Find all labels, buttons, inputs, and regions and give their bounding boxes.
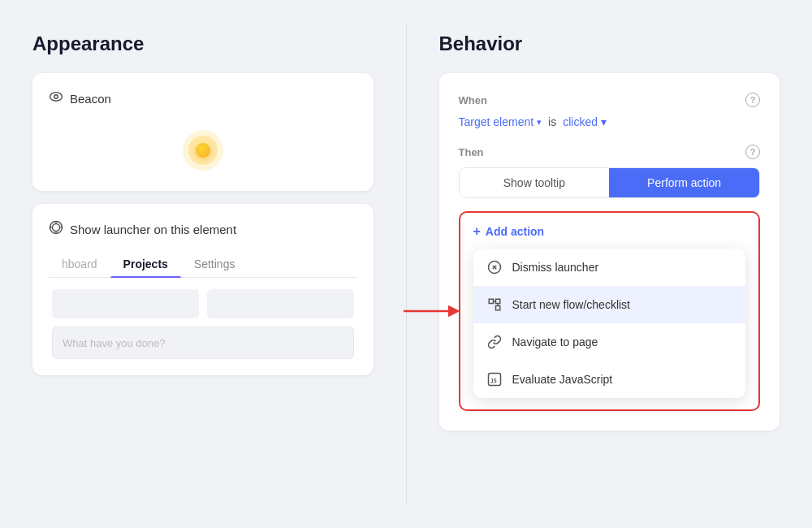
beacon-header: Beacon	[49, 89, 111, 107]
target-chevron-icon: ▾	[537, 117, 542, 128]
action-dropdown-menu: Dismiss launcher	[473, 249, 746, 398]
flow-label: Start new flow/checklist	[512, 298, 631, 311]
svg-text:JS: JS	[490, 378, 496, 384]
content-placeholder: What have you done?	[49, 289, 357, 359]
js-icon: JS	[486, 371, 503, 387]
left-panel-title: Appearance	[32, 32, 374, 55]
when-help-icon[interactable]: ?	[745, 93, 760, 107]
dropdown-item-navigate[interactable]: Navigate to page	[473, 323, 746, 361]
tab-projects[interactable]: Projects	[110, 251, 181, 277]
svg-point-3	[53, 224, 60, 232]
tab-settings[interactable]: Settings	[181, 251, 248, 277]
target-icon	[49, 220, 63, 238]
svg-rect-15	[495, 306, 499, 310]
flow-icon	[486, 296, 503, 313]
right-panel-title: Behavior	[439, 32, 780, 55]
target-element-chip[interactable]: Target element ▾	[459, 115, 542, 128]
svg-point-1	[54, 95, 58, 99]
then-help-icon[interactable]: ?	[745, 145, 760, 159]
dropdown-item-dismiss[interactable]: Dismiss launcher	[473, 249, 746, 286]
tab-dashboard[interactable]: hboard	[49, 251, 110, 277]
svg-rect-14	[495, 299, 499, 303]
navigate-label: Navigate to page	[512, 335, 598, 348]
dismiss-icon	[486, 259, 503, 275]
beacon-visual	[49, 122, 357, 175]
dropdown-item-flow[interactable]: Start new flow/checklist	[473, 286, 746, 323]
then-section-label: Then ?	[459, 145, 761, 159]
add-action-label: Add action	[486, 225, 544, 238]
tabs-mockup: hboard Projects Settings	[49, 251, 357, 278]
svg-rect-13	[489, 299, 493, 303]
is-text: is	[548, 115, 556, 128]
behavior-card: When ? Target element ▾ is clicked ▾ The…	[439, 73, 780, 431]
add-action-button[interactable]: + Add action	[473, 224, 746, 239]
beacon-dot	[196, 143, 210, 158]
action-buttons: Show tooltip Perform action	[459, 167, 761, 198]
launcher-label: Show launcher on this element	[70, 223, 236, 236]
beacon-dot-container	[183, 130, 223, 171]
placeholder-box-2	[207, 289, 354, 318]
launcher-header: Show launcher on this element	[49, 220, 357, 238]
dismiss-label: Dismiss launcher	[512, 261, 599, 274]
plus-icon: +	[473, 224, 481, 239]
clicked-chevron-icon: ▾	[601, 115, 607, 128]
placeholder-box-1	[52, 289, 199, 318]
red-arrow	[404, 299, 460, 323]
svg-point-0	[50, 93, 63, 102]
perform-action-button[interactable]: Perform action	[609, 168, 759, 197]
right-panel: Behavior When ? Target element ▾ is clic…	[415, 24, 797, 504]
left-panel: Appearance Beacon	[16, 24, 398, 504]
placeholder-input: What have you done?	[52, 327, 354, 359]
link-icon	[486, 334, 503, 350]
eye-icon	[49, 89, 63, 107]
beacon-label: Beacon	[70, 92, 111, 106]
js-label: Evaluate JavaScript	[512, 373, 613, 386]
when-section-label: When ?	[459, 93, 761, 107]
condition-row: Target element ▾ is clicked ▾	[459, 115, 761, 128]
dropdown-item-js[interactable]: JS Evaluate JavaScript	[473, 361, 746, 398]
panel-divider	[406, 24, 407, 504]
beacon-card: Beacon	[32, 73, 374, 191]
launcher-card: Show launcher on this element hboard Pro…	[32, 204, 374, 375]
add-action-area: + Add action Dismiss launcher	[459, 211, 761, 411]
placeholder-row-1	[52, 289, 354, 318]
show-tooltip-button[interactable]: Show tooltip	[460, 168, 610, 197]
main-container: Appearance Beacon	[0, 0, 812, 528]
clicked-chip[interactable]: clicked ▾	[563, 115, 607, 128]
then-section: Then ? Show tooltip Perform action	[459, 145, 761, 198]
